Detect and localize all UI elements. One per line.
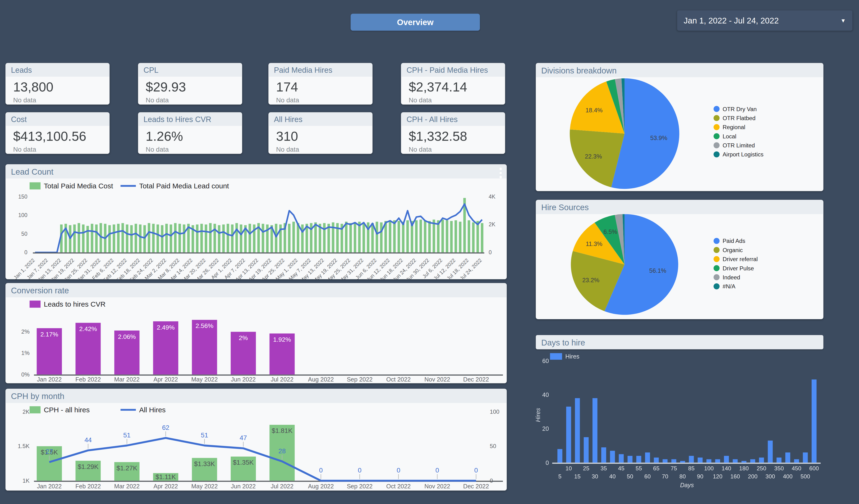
axis-label: Nov 2022 (424, 376, 450, 383)
kpi-value: 174 (268, 77, 373, 94)
bar (450, 221, 453, 253)
value-label: $1.11K (155, 473, 176, 480)
axis-label: 200 (748, 473, 757, 479)
kpi-subtext: No data (401, 95, 505, 104)
kpi-value: $29.93 (138, 77, 242, 94)
value-label: 2.06% (118, 333, 136, 340)
kpi-subtext: No data (138, 144, 242, 153)
bar (628, 456, 633, 463)
axis-label: 75 (671, 465, 677, 472)
y-axis-title: Hires (534, 408, 541, 422)
bar (441, 220, 444, 253)
bar (77, 223, 80, 253)
bar (222, 224, 225, 253)
axis-label: May 2022 (191, 376, 218, 383)
legend-dot (714, 115, 720, 121)
legend-dot (714, 133, 720, 139)
axis-label: Dec 2022 (463, 483, 489, 490)
kpi-title: Paid Media Hires (268, 63, 373, 77)
axis-label: Feb 2022 (75, 483, 101, 490)
axis-label: Jul 2022 (271, 376, 293, 383)
bar (170, 224, 172, 253)
bar (715, 459, 720, 462)
axis-label: 140 (722, 465, 731, 472)
kpi-value: 310 (268, 126, 373, 144)
series-line (49, 438, 476, 480)
legend-dot (714, 274, 720, 280)
bar (148, 223, 150, 253)
axis-label: Dec 2022 (463, 376, 489, 383)
value-label: 2.49% (157, 324, 175, 331)
kpi-subtext: No data (401, 144, 505, 153)
value-label: 51 (123, 431, 131, 439)
bar (227, 224, 229, 253)
date-range-value: Jan 1, 2022 - Jul 24, 2022 (684, 16, 779, 25)
axis-label: Aug 2022 (308, 483, 334, 490)
legend-label: Regional (723, 124, 745, 130)
bar (161, 225, 164, 253)
hire-sources-card: Hire Sources 56.1%23.2%11.3%6.5%Paid Ads… (536, 200, 824, 319)
value-label: 51 (201, 431, 208, 439)
axis-label: 450 (792, 465, 801, 472)
kpi-card-paid-media-hires: Paid Media Hires 174 No data (268, 63, 373, 105)
kpi-title-label: CPH - All Hires (406, 115, 457, 123)
bar (406, 220, 409, 253)
bar (575, 398, 580, 462)
bar (402, 222, 405, 253)
axis-label: 70 (662, 473, 668, 479)
axis-label: May 2022 (191, 483, 218, 490)
bar (371, 223, 374, 253)
kpi-card-cpl: CPL $29.93 No data (138, 63, 242, 105)
date-range-select[interactable]: Jan 1, 2022 - Jul 24, 2022 ▼ (677, 11, 853, 31)
value-label: $1.29K (78, 463, 99, 470)
axis-label: 150 (18, 194, 28, 200)
value-label: 2% (239, 334, 248, 341)
legend-swatch (550, 353, 562, 360)
tab-overview[interactable]: Overview (351, 14, 480, 31)
kpi-value: $413,100.56 (5, 126, 109, 144)
more-options-icon[interactable] (498, 166, 503, 180)
axis-label: 0 (489, 249, 492, 256)
pie-label: 18.4% (586, 107, 603, 113)
bar (812, 379, 816, 462)
legend-label: Total Paid Media Cost (44, 182, 113, 190)
axis-label: 30 (592, 473, 598, 479)
bar (349, 223, 352, 253)
divisions-breakdown-card: Divisions breakdown 53.9%22.3%18.4%OTR D… (536, 63, 824, 191)
bar (240, 224, 242, 253)
legend-dot (714, 142, 720, 148)
legend-label: All Hires (139, 406, 166, 414)
value-label: 2.56% (196, 322, 213, 330)
bar (707, 459, 711, 462)
legend-label: Airport Logistics (723, 151, 764, 157)
axis-label: 600 (809, 465, 819, 472)
bar (601, 447, 606, 462)
axis-label: 2K (489, 221, 496, 228)
conversion-rate-chart: Leads to hires CVR0%1%2%2.17%Jan 20222.4… (5, 297, 507, 383)
axis-label: 0% (21, 371, 30, 378)
kpi-subtext: No data (5, 144, 109, 153)
value-label: 2.17% (40, 331, 58, 338)
kpi-value: 1.26% (138, 126, 242, 144)
legend-label: OTR Flatbed (723, 115, 756, 121)
kpi-subtext: No data (5, 95, 109, 104)
kpi-subtext: No data (268, 144, 373, 153)
bar (174, 223, 177, 253)
bar (654, 458, 659, 462)
bar (95, 224, 98, 253)
legend-label: #N/A (723, 283, 736, 290)
lead-count-chart: Total Paid Media CostTotal Paid Media Le… (5, 179, 507, 279)
axis-label: Jun 2022 (231, 376, 256, 383)
bar (566, 407, 571, 462)
bar (672, 459, 676, 462)
kpi-title-label: Leads to Hires CVR (144, 115, 211, 123)
bar (446, 220, 448, 253)
kpi-title-label: Leads (11, 65, 32, 74)
card-title: Days to hire (541, 337, 585, 347)
axis-label: 50 (21, 231, 28, 237)
bar (557, 449, 562, 462)
bar (262, 224, 265, 253)
bar (144, 225, 146, 253)
bar (314, 223, 317, 253)
axis-label: 60 (542, 357, 549, 364)
